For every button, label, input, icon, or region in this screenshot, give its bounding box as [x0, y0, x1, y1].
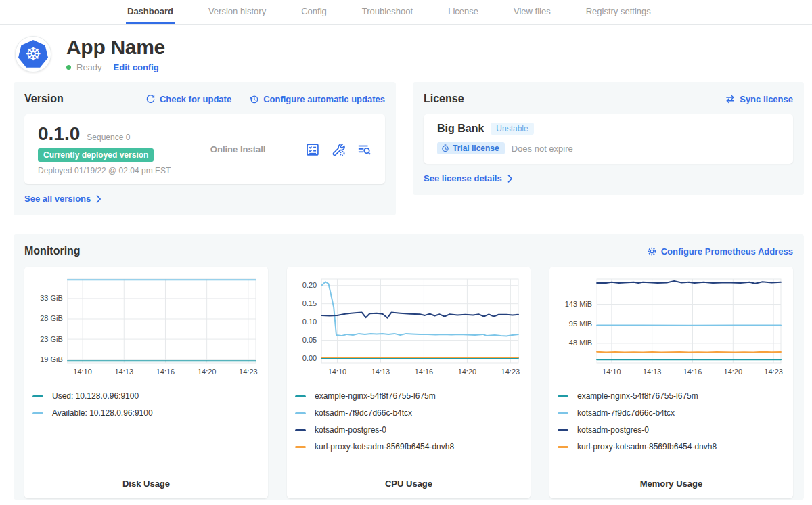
- tab-dashboard[interactable]: Dashboard: [126, 0, 175, 24]
- svg-text:14:20: 14:20: [198, 368, 217, 376]
- license-card: License Sync license Big Bank Unstable: [413, 82, 804, 195]
- chart-card-cpu-usage: 14:1014:1314:1614:2014:230.000.050.100.1…: [287, 267, 531, 498]
- version-number: 0.1.0: [38, 123, 80, 145]
- kubernetes-heptagon: ☸: [18, 40, 48, 68]
- chart-title-cpu: CPU Usage: [295, 479, 522, 489]
- svg-text:14:20: 14:20: [724, 368, 743, 376]
- tab-view-files[interactable]: View files: [512, 0, 552, 24]
- legend-color-dash: [558, 429, 568, 431]
- chevron-right-icon: [96, 195, 102, 203]
- disk-usage-chart: 14:1014:1314:1614:2014:2319 GiB23 GiB28 …: [32, 273, 260, 383]
- clock-icon: [441, 144, 449, 152]
- svg-text:14:16: 14:16: [156, 368, 175, 376]
- svg-text:14:13: 14:13: [114, 368, 133, 376]
- license-customer-name: Big Bank: [437, 123, 484, 135]
- svg-text:33 GiB: 33 GiB: [40, 294, 63, 302]
- version-sequence: Sequence 0: [87, 133, 130, 142]
- legend-item: Used: 10.128.0.96:9100: [32, 391, 260, 401]
- legend-item: kurl-proxy-kotsadm-8569fb6454-dnvh8: [558, 442, 785, 452]
- app-header: ☸ App Name Ready Edit config: [0, 25, 812, 79]
- tab-version-history[interactable]: Version history: [207, 0, 267, 24]
- configure-automatic-updates-link[interactable]: Configure automatic updates: [249, 94, 385, 104]
- gear-icon: [647, 246, 657, 257]
- legend-item: example-nginx-54f8f76755-l675m: [558, 391, 785, 401]
- legend-color-dash: [295, 429, 306, 431]
- see-all-versions-label: See all versions: [24, 194, 91, 204]
- edit-config-link[interactable]: Edit config: [114, 62, 159, 72]
- monitoring-title: Monitoring: [24, 245, 81, 257]
- config-wrench-gear-icon[interactable]: [331, 142, 346, 157]
- top-cards-row: Version Check for update Configure autom…: [0, 79, 812, 215]
- svg-text:14:10: 14:10: [73, 368, 92, 376]
- check-for-update-label: Check for update: [160, 94, 231, 104]
- nav-tabs: DashboardVersion historyConfigTroublesho…: [126, 0, 652, 24]
- svg-text:143 MiB: 143 MiB: [565, 300, 592, 308]
- deploy-logs-magnifier-icon[interactable]: [357, 142, 371, 157]
- chart-card-disk-usage: 14:1014:1314:1614:2014:2319 GiB23 GiB28 …: [24, 267, 268, 498]
- check-for-update-link[interactable]: Check for update: [145, 94, 231, 104]
- legend-series-label: example-nginx-54f8f76755-l675m: [577, 391, 698, 401]
- monitoring-section: Monitoring Configure Prometheus Address …: [14, 234, 804, 500]
- svg-text:14:23: 14:23: [239, 368, 258, 376]
- clock-refresh-icon: [249, 94, 259, 104]
- svg-text:14:10: 14:10: [602, 368, 621, 376]
- legend-color-dash: [558, 412, 568, 414]
- version-card: Version Check for update Configure autom…: [14, 82, 396, 215]
- app-title: App Name: [66, 36, 165, 59]
- chart-title-disk: Disk Usage: [32, 479, 260, 489]
- svg-text:28 GiB: 28 GiB: [40, 314, 63, 322]
- svg-text:14:10: 14:10: [328, 368, 347, 376]
- app-status-label: Ready: [76, 62, 102, 72]
- sync-license-link[interactable]: Sync license: [725, 94, 793, 104]
- disk-usage-legend: Used: 10.128.0.96:9100Available: 10.128.…: [32, 391, 260, 425]
- tab-config[interactable]: Config: [300, 0, 328, 24]
- license-card-title: License: [424, 93, 464, 105]
- svg-text:95 MiB: 95 MiB: [569, 320, 592, 328]
- see-license-details-label: See license details: [424, 173, 502, 183]
- refresh-icon: [145, 94, 156, 104]
- tab-registry-settings[interactable]: Registry settings: [585, 0, 652, 24]
- legend-series-label: kotsadm-7f9dc7d66c-b4tcx: [577, 408, 675, 418]
- legend-series-label: Used: 10.128.0.96:9100: [52, 391, 139, 401]
- svg-text:0.05: 0.05: [302, 336, 317, 344]
- svg-text:14:16: 14:16: [683, 368, 702, 376]
- license-expiry-label: Does not expire: [512, 144, 573, 154]
- deployed-timestamp: Deployed 01/19/22 @ 02:04 pm EST: [38, 166, 171, 175]
- chevron-right-icon: [508, 175, 513, 183]
- svg-text:14:13: 14:13: [371, 368, 390, 376]
- legend-series-label: example-nginx-54f8f76755-l675m: [315, 391, 436, 401]
- top-navigation: DashboardVersion historyConfigTroublesho…: [0, 0, 812, 25]
- trial-license-label: Trial license: [453, 144, 499, 153]
- svg-text:23 GiB: 23 GiB: [40, 335, 63, 343]
- cpu-usage-legend: example-nginx-54f8f76755-l675mkotsadm-7f…: [295, 391, 522, 459]
- legend-color-dash: [295, 412, 306, 414]
- sync-license-label: Sync license: [740, 94, 793, 104]
- svg-text:0.20: 0.20: [302, 281, 317, 289]
- legend-series-label: kurl-proxy-kotsadm-8569fb6454-dnvh8: [577, 442, 717, 452]
- legend-item: kotsadm-7f9dc7d66c-b4tcx: [558, 408, 785, 418]
- see-license-details-link[interactable]: See license details: [424, 173, 513, 183]
- svg-text:0.10: 0.10: [302, 317, 317, 326]
- legend-color-dash: [32, 412, 43, 414]
- preflight-checklist-icon[interactable]: [305, 142, 320, 157]
- version-card-title: Version: [24, 93, 64, 105]
- legend-series-label: kotsadm-postgres-0: [315, 425, 386, 435]
- legend-item: kotsadm-7f9dc7d66c-b4tcx: [295, 408, 522, 418]
- memory-usage-legend: example-nginx-54f8f76755-l675mkotsadm-7f…: [558, 391, 785, 459]
- chart-card-memory-usage: 14:1014:1314:1614:2014:2348 MiB95 MiB143…: [549, 267, 793, 498]
- svg-text:19 GiB: 19 GiB: [40, 355, 63, 364]
- memory-usage-chart: 14:1014:1314:1614:2014:2348 MiB95 MiB143…: [558, 273, 785, 383]
- see-all-versions-link[interactable]: See all versions: [24, 194, 102, 204]
- legend-series-label: kotsadm-7f9dc7d66c-b4tcx: [315, 408, 412, 418]
- svg-text:14:23: 14:23: [501, 368, 520, 376]
- legend-item: kurl-proxy-kotsadm-8569fb6454-dnvh8: [295, 442, 522, 452]
- legend-color-dash: [558, 446, 568, 448]
- configure-prometheus-link[interactable]: Configure Prometheus Address: [647, 246, 793, 257]
- svg-text:0.00: 0.00: [302, 354, 317, 362]
- trial-license-badge: Trial license: [437, 142, 505, 154]
- legend-series-label: kotsadm-postgres-0: [577, 425, 649, 435]
- tab-license[interactable]: License: [447, 0, 480, 24]
- legend-color-dash: [32, 395, 43, 397]
- kubernetes-wheel-icon: ☸: [25, 45, 41, 64]
- tab-troubleshoot[interactable]: Troubleshoot: [361, 0, 414, 24]
